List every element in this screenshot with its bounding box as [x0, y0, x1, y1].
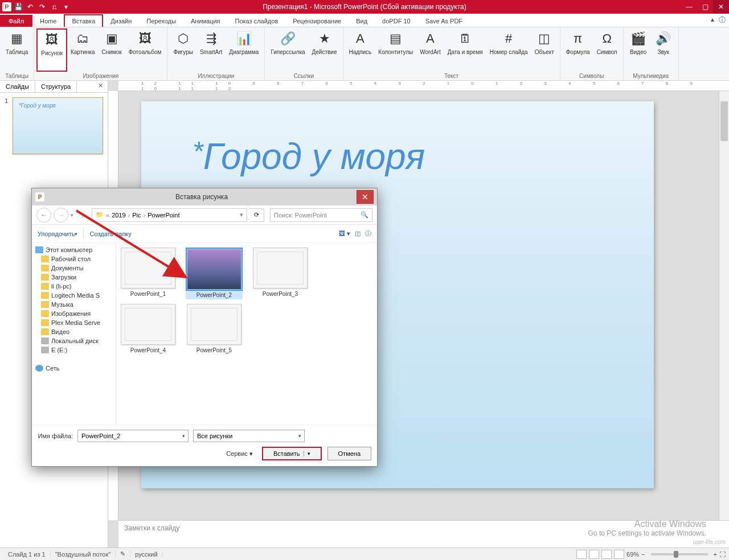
- fit-icon[interactable]: ⛶: [719, 551, 726, 558]
- zoom-slider[interactable]: [651, 553, 708, 555]
- ribbon-Снимок[interactable]: ▣Снимок: [99, 28, 125, 72]
- ribbon-group: 🔗Гиперссылка★ДействиеСсылки: [265, 27, 343, 80]
- view-mode-icon[interactable]: 🖼 ▾: [339, 230, 350, 237]
- tree-item[interactable]: Plex Media Serve: [32, 318, 116, 327]
- tab-review[interactable]: Рецензирование: [285, 15, 349, 27]
- ribbon-Символ[interactable]: ΩСимвол: [593, 28, 621, 72]
- ribbon-Формула[interactable]: πФормула: [563, 28, 593, 72]
- view-sorter-icon[interactable]: [589, 550, 599, 559]
- maximize-button[interactable]: ▢: [697, 0, 713, 14]
- ribbon-Надпись[interactable]: AНадпись: [346, 28, 375, 72]
- nav-up-icon[interactable]: ↑: [76, 208, 89, 222]
- ribbon-Фотоальбом[interactable]: 🖼Фотоальбом: [125, 28, 165, 72]
- new-folder-button[interactable]: Создать папку: [89, 230, 131, 237]
- dialog-nav: ← → ▾ ↑ 📁 « 2019› Pic› PowerPoint ▾ ⟳ По…: [32, 205, 377, 225]
- filename-input[interactable]: PowerPoint_2: [77, 430, 189, 442]
- ribbon-Действие[interactable]: ★Действие: [309, 28, 341, 72]
- tree-item[interactable]: li (li-pc): [32, 282, 116, 291]
- tab-transitions[interactable]: Переходы: [139, 15, 183, 27]
- save-icon[interactable]: 💾: [13, 2, 23, 12]
- file-name: PowerPoint_1: [120, 291, 177, 297]
- panel-tab-outline[interactable]: Структура: [35, 81, 77, 92]
- tab-design[interactable]: Дизайн: [103, 15, 139, 27]
- slide-thumb-1[interactable]: 1 Город у моря: [5, 97, 103, 154]
- organize-button[interactable]: Упорядочить: [38, 230, 75, 237]
- tree-item[interactable]: Музыка: [32, 300, 116, 309]
- nav-forward-icon[interactable]: →: [54, 208, 68, 223]
- file-list[interactable]: PowerPoint_1PowerPoint_2PowerPoint_3Powe…: [116, 243, 377, 425]
- panel-close-icon[interactable]: ✕: [93, 81, 108, 92]
- file-item[interactable]: PowerPoint_1: [120, 248, 177, 299]
- tree-item[interactable]: Локальный диск: [32, 336, 116, 345]
- redo-icon[interactable]: ↷: [37, 2, 47, 12]
- tree-item[interactable]: Этот компьютер: [32, 245, 116, 254]
- file-item[interactable]: PowerPoint_4: [120, 304, 177, 353]
- tree-item[interactable]: Сеть: [32, 364, 116, 373]
- view-slideshow-icon[interactable]: [614, 550, 624, 559]
- file-item[interactable]: PowerPoint_5: [186, 304, 243, 353]
- filetype-filter[interactable]: Все рисунки: [193, 430, 305, 442]
- tree-item[interactable]: Документы: [32, 263, 116, 273]
- status-lang[interactable]: русский: [130, 551, 162, 558]
- minimize-button[interactable]: —: [681, 0, 697, 14]
- tree-item[interactable]: E (E:): [32, 345, 116, 355]
- close-button[interactable]: ✕: [713, 0, 729, 14]
- qat-2-icon[interactable]: ▾: [61, 2, 71, 12]
- ribbon-Рисунок[interactable]: 🖼Рисунок: [36, 28, 67, 72]
- address-bar[interactable]: 📁 « 2019› Pic› PowerPoint ▾: [92, 208, 247, 222]
- zoom-in-icon[interactable]: +: [714, 551, 717, 558]
- view-reading-icon[interactable]: [601, 550, 612, 559]
- folder-tree[interactable]: Этот компьютерРабочий столДокументыЗагру…: [32, 243, 116, 425]
- cancel-button[interactable]: Отмена: [327, 447, 371, 460]
- tab-animation[interactable]: Анимация: [183, 15, 228, 27]
- slide-title[interactable]: *Город у моря: [193, 135, 425, 178]
- ribbon-Номер слайда[interactable]: #Номер слайда: [486, 28, 531, 72]
- ribbon-Звук[interactable]: 🔊Звук: [651, 28, 676, 72]
- ribbon-Гиперссылка[interactable]: 🔗Гиперссылка: [267, 28, 308, 72]
- tab-view[interactable]: Вид: [349, 15, 375, 27]
- ribbon-Картинка[interactable]: 🗂Картинка: [67, 28, 99, 72]
- brand-watermark: user-life.com: [693, 539, 726, 545]
- help-icon[interactable]: ⓘ: [719, 15, 726, 25]
- tree-item[interactable]: Рабочий стол: [32, 254, 116, 263]
- folder-icon: [41, 301, 49, 308]
- ribbon-SmartArt[interactable]: ⇶SmartArt: [196, 28, 226, 72]
- ribbon-label: Диаграмма: [229, 49, 259, 55]
- tab-file[interactable]: Файл: [0, 15, 32, 27]
- ribbon-Таблица[interactable]: ▦Таблица: [2, 28, 31, 72]
- ribbon-Объект[interactable]: ◫Объект: [531, 28, 558, 72]
- tab-slideshow[interactable]: Показ слайдов: [228, 15, 286, 27]
- undo-icon[interactable]: ↶: [25, 2, 35, 12]
- tab-savepdf[interactable]: Save As PDF: [418, 15, 470, 27]
- help-icon[interactable]: ⓘ: [365, 229, 371, 238]
- ribbon-Диаграмма[interactable]: 📊Диаграмма: [226, 28, 262, 72]
- ribbon-Видео[interactable]: 🎬Видео: [626, 28, 651, 72]
- dialog-close-button[interactable]: ✕: [357, 190, 374, 204]
- nav-back-icon[interactable]: ←: [36, 208, 51, 223]
- scrollbar-vertical[interactable]: [719, 91, 729, 520]
- tab-home[interactable]: Home: [32, 15, 64, 27]
- tab-insert[interactable]: Вставка: [64, 14, 103, 27]
- tree-item[interactable]: Изображения: [32, 309, 116, 318]
- search-input[interactable]: Поиск: PowerPoint 🔍: [270, 208, 372, 222]
- zoom-out-icon[interactable]: −: [641, 551, 645, 558]
- status-spell-icon[interactable]: ✎: [116, 550, 130, 558]
- ribbon-Фигуры[interactable]: ⬡Фигуры: [170, 28, 196, 72]
- tab-dopdf[interactable]: doPDF 10: [375, 15, 418, 27]
- ribbon-Колонтитулы[interactable]: ▤Колонтитулы: [375, 28, 416, 72]
- file-item[interactable]: PowerPoint_3: [252, 248, 309, 299]
- ribbon-WordArt[interactable]: AWordArt: [416, 28, 444, 72]
- ribbon-min-icon[interactable]: ▴: [711, 15, 714, 25]
- tools-button[interactable]: Сервис ▾: [226, 450, 253, 458]
- view-normal-icon[interactable]: [576, 550, 587, 559]
- refresh-icon[interactable]: ⟳: [249, 208, 264, 222]
- ribbon-Дата и время[interactable]: 🗓Дата и время: [444, 28, 486, 72]
- preview-pane-icon[interactable]: ◫: [355, 230, 361, 237]
- tree-item[interactable]: Logitech Media S: [32, 291, 116, 300]
- file-item[interactable]: PowerPoint_2: [186, 248, 243, 299]
- qat-1-icon[interactable]: ⎌: [49, 2, 59, 12]
- tree-item[interactable]: Загрузки: [32, 273, 116, 282]
- panel-tab-slides[interactable]: Слайды: [0, 81, 35, 92]
- insert-button[interactable]: Вставить▾: [262, 447, 322, 460]
- tree-item[interactable]: Видео: [32, 327, 116, 336]
